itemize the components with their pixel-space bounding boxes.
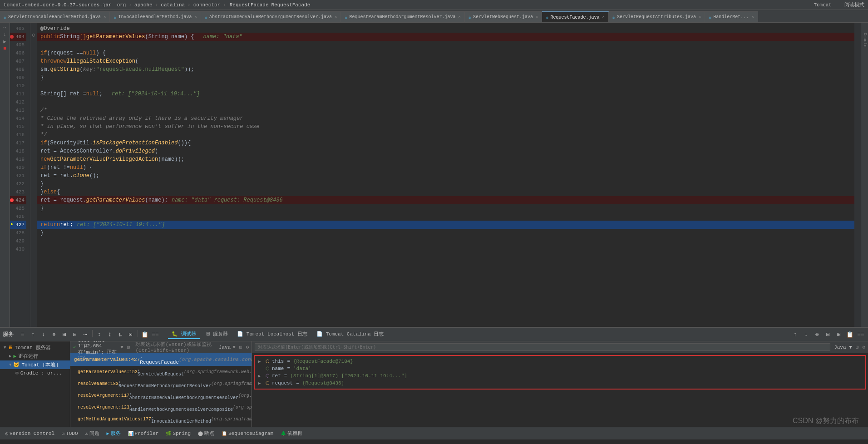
lang-arrow[interactable]: ▼: [232, 345, 236, 350]
line-411: 411: [10, 90, 26, 98]
code-413: /*: [37, 106, 854, 114]
spring-icon: 🌿: [166, 431, 171, 436]
variables-list: ▶ ⬡ this = {RequestFacade@7184} ⬡ name =…: [254, 355, 866, 390]
tab-servlet-invocable[interactable]: ☕ ServletInvocableHandlerMethod.java ×: [0, 11, 110, 22]
thread-expand[interactable]: ⊞: [127, 344, 130, 350]
toolbar-icon-log[interactable]: 📋: [140, 330, 149, 339]
line-425: 425: [10, 204, 26, 212]
toolbar-icon-4[interactable]: ⊕: [49, 330, 59, 339]
expand-var-icon[interactable]: ⊞: [856, 344, 859, 350]
tab-tomcat-catalina[interactable]: 📄 Tomcat Catalina 日志: [313, 330, 387, 339]
var-request[interactable]: ▶ ⬡ request = {Request@8436}: [255, 380, 865, 387]
toolbar-right-7[interactable]: ≡≡: [856, 330, 865, 339]
bottom-todo[interactable]: ☑ TODO: [60, 430, 79, 437]
tab-server[interactable]: 🖥 服务器: [202, 330, 232, 339]
tab-invocable[interactable]: ☕ InvocableHandlerMethod.java ×: [110, 11, 201, 22]
services-label: 服务: [3, 331, 14, 338]
debug-step-over[interactable]: ↷: [3, 25, 6, 30]
bottom-spring[interactable]: 🌿 Spring: [164, 430, 192, 437]
toolbar-icon-settings[interactable]: ≡≡: [151, 330, 160, 339]
tab-close[interactable]: ×: [699, 15, 701, 20]
bottom-deps[interactable]: 🌲 依赖树: [279, 429, 304, 438]
var-icon-name: ⬡: [265, 366, 270, 371]
toolbar-icon-9[interactable]: ↨: [105, 330, 114, 339]
toolbar-icon-11[interactable]: ⊡: [126, 330, 135, 339]
var-val-ret: (String[1]@8517) ["2024-10-11 19:4..."]: [290, 373, 407, 379]
toolbar-icon-5[interactable]: ⊞: [60, 330, 69, 339]
tab-close[interactable]: ×: [459, 15, 461, 20]
var-name[interactable]: ⬡ name = 'data': [255, 365, 865, 372]
stack-1[interactable]: getParameterValues:153 , ServletWebReque…: [70, 366, 252, 378]
gradle-icon[interactable]: Gradle: [863, 33, 867, 47]
tab-icon: ☕: [4, 15, 6, 20]
debug-step-into[interactable]: ↓: [3, 32, 6, 37]
code-424: ret = request. getParameterValues (name)…: [37, 196, 854, 204]
breakpoint-404[interactable]: [10, 35, 14, 39]
bottom-services[interactable]: ▶ 服务: [105, 429, 123, 438]
tab-close[interactable]: ×: [335, 15, 337, 20]
toolbar-right-3[interactable]: ⊕: [813, 330, 822, 339]
tab-servletweb[interactable]: ☕ ServletWebRequest.java ×: [465, 11, 542, 22]
tree-running[interactable]: ▶ ▶ 正在运行: [0, 352, 70, 360]
evaluate-input[interactable]: [255, 343, 830, 351]
tree-tomcat-server[interactable]: ▼ 🖥 Tomcat 服务器: [0, 343, 70, 352]
toolbar-right-6[interactable]: 📋: [845, 330, 854, 339]
breakpoint-424[interactable]: [10, 198, 14, 202]
tab-abstractnamed[interactable]: ☕ AbstractNamedValueMethodArgumentResolv…: [201, 11, 341, 22]
toolbar-icon-7[interactable]: ⋯: [81, 330, 90, 339]
stack-3[interactable]: resolveArgument:117 , AbstractNamedValue…: [70, 390, 252, 401]
tab-debugger[interactable]: 🐛 调试器: [168, 330, 200, 339]
var-ret[interactable]: ▶ ⬡ ret = (String[1]@8517) ["2024-10-11 …: [255, 372, 865, 380]
toolbar-icon-3[interactable]: ↓: [39, 330, 48, 339]
bottom-profiler[interactable]: 📊 Profiler: [126, 430, 161, 437]
tab-close[interactable]: ×: [602, 15, 604, 20]
code-417: if (SecurityUtil. isPackageProtectionEna…: [37, 139, 854, 147]
bottom-version-control[interactable]: ◎ Version Control: [4, 430, 56, 437]
tab-tomcat-localhost[interactable]: 📄 Tomcat Localhost 日志: [233, 330, 311, 339]
thread-filter[interactable]: ▼: [120, 345, 123, 350]
tab-handlermet[interactable]: ☕ HandlerMet... ×: [705, 11, 758, 22]
tab-close[interactable]: ×: [751, 15, 754, 20]
stack-4[interactable]: resolveArgument:123 , HandlerMethodArgum…: [70, 401, 252, 413]
tab-requestfacade[interactable]: ☕ RequestFacade.java ×: [542, 11, 608, 22]
stack-6[interactable]: invokeForRequest:138 , InvocableHandlerM…: [70, 425, 252, 427]
tab-close[interactable]: ×: [104, 15, 106, 20]
tab-servletreq[interactable]: ☕ ServletRequestAttributes.java ×: [609, 11, 705, 22]
toolbar-icon-10[interactable]: ⇅: [116, 330, 125, 339]
toolbar-icon-6[interactable]: ⊟: [70, 330, 79, 339]
debug-stop[interactable]: ■: [3, 46, 6, 51]
var-this[interactable]: ▶ ⬡ this = {RequestFacade@7184}: [255, 358, 865, 365]
settings-var-icon[interactable]: ⚙: [862, 344, 865, 350]
tab-close[interactable]: ×: [195, 15, 197, 20]
bottom-breakpoints[interactable]: ⬤ 断点: [196, 429, 216, 438]
tab-icon: ☕: [205, 15, 207, 20]
toolbar-right-1[interactable]: ↑: [791, 330, 800, 339]
toolbar-icon-1[interactable]: ≡: [18, 330, 27, 339]
stack-2[interactable]: resolveName:183 , RequestParamMethodArgu…: [70, 378, 252, 390]
expand-icon[interactable]: ⊞: [239, 344, 242, 350]
toolbar-right-2[interactable]: ↓: [802, 330, 811, 339]
bottom-problems[interactable]: ⚠ 问题: [84, 429, 101, 438]
toolbar-icon-2[interactable]: ↑: [29, 330, 38, 339]
toolbar-right-4[interactable]: ⊟: [824, 330, 833, 339]
tree-tomcat-local[interactable]: ▼ 🐱 Tomcat [本地]: [0, 360, 70, 369]
bottom-sequence[interactable]: 📋 SequenceDiagram: [220, 430, 275, 437]
line-417: 417: [10, 139, 26, 147]
code-editor[interactable]: @Override public String [] getParameterV…: [37, 23, 854, 327]
toolbar-icon-8[interactable]: ↕: [95, 330, 104, 339]
toolbar-right-5[interactable]: ⊞: [834, 330, 843, 339]
tab-requestparam[interactable]: ☕ RequestParamMethodArgumentResolver.jav…: [341, 11, 464, 22]
stack-5[interactable]: getMethodArgumentValues:177 , InvocableH…: [70, 413, 252, 425]
debug-resume[interactable]: ▶: [3, 39, 6, 44]
code-407: throw new IllegalStateException (: [37, 57, 854, 65]
log2-icon: 📄: [316, 331, 323, 337]
tab-close[interactable]: ×: [536, 15, 538, 20]
stack-pkg-0: (org.apache.catalina.connector): [179, 357, 252, 362]
tree-gradle[interactable]: ⚙ Gradle : or...: [0, 369, 70, 377]
code-422: }: [37, 180, 854, 188]
path-file: RequestFacade: [230, 2, 269, 8]
code-415: * in place, so that performance won't su…: [37, 123, 854, 131]
settings-icon[interactable]: ⚙: [246, 344, 249, 350]
line-406: 406: [10, 49, 26, 57]
lang-label: Java: [219, 345, 231, 350]
